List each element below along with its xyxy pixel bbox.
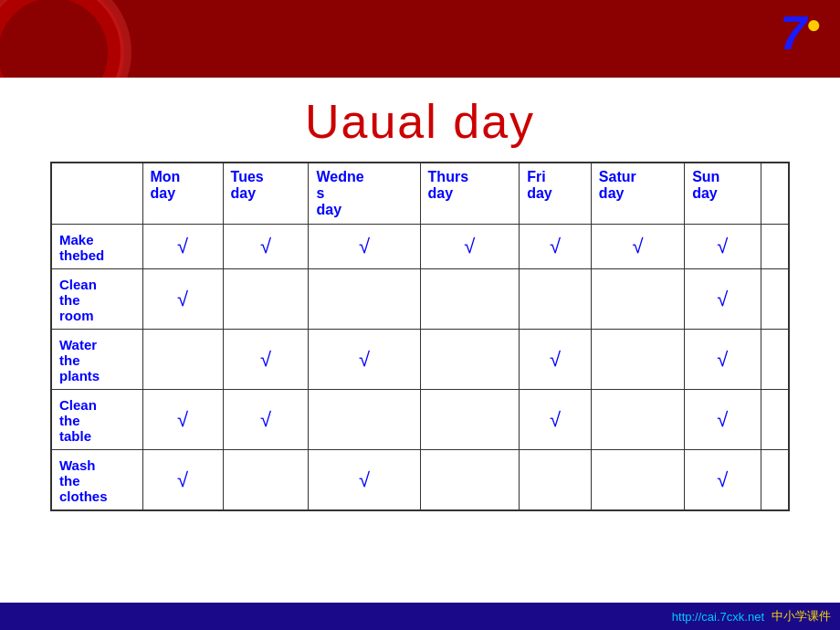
table-row: Watertheplants √ √ √ √: [51, 330, 789, 390]
cell-cleantable-extra: [761, 390, 789, 450]
cell-waterplants-tue: √: [223, 330, 309, 390]
row-label-cleantable: Cleanthetable: [51, 390, 142, 450]
cell-cleanroom-wed: [309, 269, 420, 330]
cell-makebed-wed: √: [309, 225, 420, 269]
cell-cleanroom-fri: [520, 269, 592, 330]
cell-cleantable-sat: [591, 390, 684, 450]
col-header-extra: [761, 163, 789, 225]
cell-makebed-tue: √: [223, 225, 309, 269]
col-header-sun: Sunday: [685, 163, 761, 225]
cell-washclothes-sun: √: [685, 450, 761, 511]
cell-cleanroom-sat: [591, 269, 684, 330]
top-banner: 7●: [0, 0, 840, 78]
cell-washclothes-fri: [520, 450, 592, 511]
cell-cleantable-sun: √: [685, 390, 761, 450]
cell-cleanroom-thu: [420, 269, 520, 330]
cell-waterplants-fri: √: [520, 330, 592, 390]
cell-washclothes-mon: √: [142, 450, 223, 511]
cell-cleanroom-tue: [223, 269, 309, 330]
cell-cleanroom-sun: √: [685, 269, 761, 330]
footer-link[interactable]: http://cai.7cxk.net: [672, 610, 764, 624]
cell-washclothes-sat: [591, 450, 684, 511]
col-header-empty: [51, 163, 142, 225]
cell-cleanroom-mon: √: [142, 269, 223, 330]
cell-cleantable-wed: [309, 390, 420, 450]
cell-makebed-thu: √: [420, 225, 520, 269]
footer: http://cai.7cxk.net 中小学课件: [0, 603, 840, 630]
cell-cleanroom-extra: [761, 269, 789, 330]
row-label-washclothes: Washtheclothes: [51, 450, 142, 511]
cell-waterplants-extra: [761, 330, 789, 390]
col-header-sat: Saturday: [591, 163, 684, 225]
table-container: Monday Tuesday Wednesday Thursday Friday…: [0, 162, 840, 511]
logo: 7●: [780, 9, 822, 57]
cell-washclothes-wed: √: [309, 450, 420, 511]
cell-washclothes-extra: [761, 450, 789, 511]
row-label-makebed: Makethebed: [51, 225, 142, 269]
col-header-wed: Wednesday: [309, 163, 420, 225]
footer-label: 中小学课件: [772, 608, 831, 625]
cell-waterplants-wed: √: [309, 330, 420, 390]
cell-waterplants-sun: √: [685, 330, 761, 390]
table-row: Cleantheroom √ √: [51, 269, 789, 330]
row-label-cleanroom: Cleantheroom: [51, 269, 142, 330]
col-header-fri: Friday: [520, 163, 592, 225]
logo-dot: ●: [806, 10, 822, 38]
row-label-waterplants: Watertheplants: [51, 330, 142, 390]
logo-number: 7: [780, 6, 806, 59]
cell-cleantable-thu: [420, 390, 520, 450]
cell-waterplants-sat: [591, 330, 684, 390]
page-title: Uaual day: [0, 78, 840, 162]
cell-washclothes-thu: [420, 450, 520, 511]
cell-washclothes-tue: [223, 450, 309, 511]
cell-makebed-mon: √: [142, 225, 223, 269]
schedule-table: Monday Tuesday Wednesday Thursday Friday…: [50, 162, 790, 511]
col-header-mon: Monday: [142, 163, 223, 225]
cell-cleantable-fri: √: [520, 390, 592, 450]
cell-cleantable-mon: √: [142, 390, 223, 450]
table-row: Makethebed √ √ √ √ √ √ √: [51, 225, 789, 269]
table-row: Washtheclothes √ √ √: [51, 450, 789, 511]
cell-makebed-fri: √: [520, 225, 592, 269]
cell-makebed-extra: [761, 225, 789, 269]
col-header-thu: Thursday: [420, 163, 520, 225]
cell-waterplants-mon: [142, 330, 223, 390]
col-header-tue: Tuesday: [223, 163, 309, 225]
table-header-row: Monday Tuesday Wednesday Thursday Friday…: [51, 163, 789, 225]
cell-makebed-sat: √: [591, 225, 684, 269]
cell-waterplants-thu: [420, 330, 520, 390]
table-row: Cleanthetable √ √ √ √: [51, 390, 789, 450]
cell-cleantable-tue: √: [223, 390, 309, 450]
cell-makebed-sun: √: [685, 225, 761, 269]
